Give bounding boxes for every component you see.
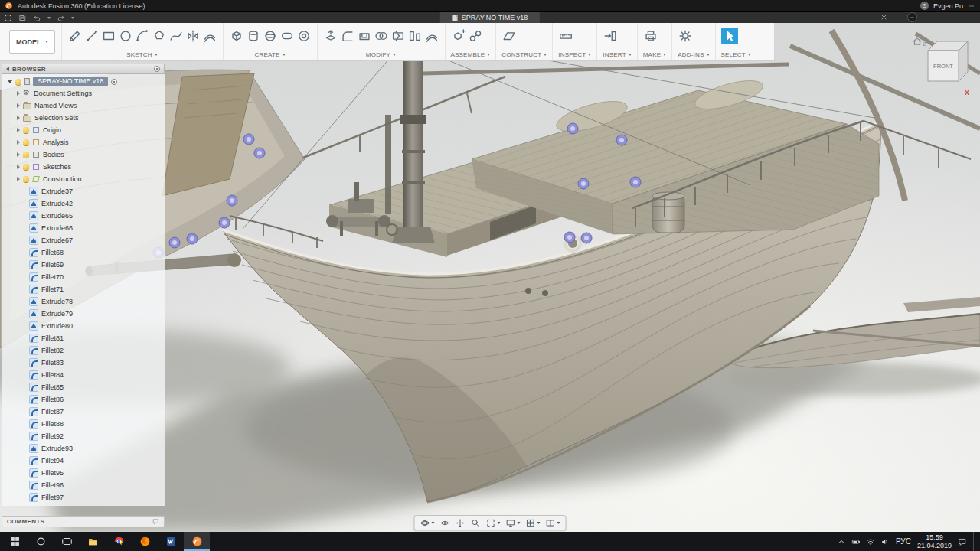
mirror-icon[interactable]	[185, 28, 201, 44]
feature-row[interactable]: Fillet68	[2, 246, 165, 259]
torus-icon[interactable]	[296, 28, 312, 44]
feature-label[interactable]: Fillet83	[41, 359, 64, 367]
tray-icon[interactable]	[851, 537, 861, 546]
feature-row[interactable]: Fillet84	[2, 369, 165, 381]
toolbar-group-dropdown[interactable]: INSERT	[603, 51, 631, 58]
offset-icon[interactable]	[424, 28, 439, 44]
box-icon[interactable]	[229, 28, 244, 44]
expander-icon[interactable]	[17, 140, 20, 145]
feature-label[interactable]: Fillet94	[41, 457, 64, 465]
root-node-label[interactable]: SPRAY-NO TIME v18	[33, 77, 108, 86]
select-tool-icon[interactable]	[721, 28, 738, 44]
feature-label[interactable]: Extrude93	[41, 445, 73, 452]
toolbar-group-dropdown[interactable]: SKETCH	[67, 51, 217, 58]
taskbar-app-button[interactable]	[54, 532, 80, 551]
feature-icon[interactable]	[29, 456, 38, 465]
feature-row[interactable]: Extrude67	[2, 234, 165, 246]
nav-tool[interactable]	[456, 518, 466, 528]
browser-tree-node[interactable]: Analysis	[2, 136, 165, 148]
feature-icon[interactable]	[29, 321, 38, 331]
taskbar-app-button[interactable]	[158, 532, 184, 551]
feature-label[interactable]: Fillet88	[41, 420, 64, 428]
fit-icon[interactable]	[486, 518, 496, 528]
visibility-bulb-icon[interactable]	[15, 79, 21, 85]
feature-icon[interactable]	[29, 383, 38, 392]
nav-tool[interactable]	[440, 518, 450, 528]
feature-row[interactable]: Fillet97	[2, 491, 165, 504]
feature-icon[interactable]	[29, 236, 38, 245]
nav-tool-caret-icon[interactable]	[498, 522, 501, 524]
nav-tool[interactable]	[526, 518, 541, 528]
measure-icon[interactable]	[558, 28, 573, 44]
word-icon[interactable]	[165, 536, 177, 547]
show-desktop-button[interactable]	[973, 532, 977, 551]
align-icon[interactable]	[407, 28, 423, 44]
feature-icon[interactable]	[29, 248, 38, 257]
nav-tool[interactable]	[486, 518, 501, 528]
rect-icon[interactable]	[101, 28, 116, 44]
save-icon[interactable]	[18, 14, 27, 22]
fillet-icon[interactable]	[340, 28, 355, 44]
addin-icon[interactable]	[678, 28, 693, 44]
feature-label[interactable]: Fillet84	[41, 371, 64, 379]
cyl-icon[interactable]	[246, 28, 261, 44]
feature-icon[interactable]	[29, 407, 38, 416]
pan-icon[interactable]	[456, 518, 466, 528]
circle-icon[interactable]	[118, 28, 133, 44]
feature-row[interactable]: Extrude78	[2, 295, 165, 308]
taskbar-clock[interactable]: 15:59 21.04.2019	[917, 533, 952, 550]
feature-label[interactable]: Fillet81	[41, 334, 64, 342]
feature-label[interactable]: Extrude78	[41, 298, 73, 305]
split-icon[interactable]	[390, 28, 406, 44]
browser-collapse-icon[interactable]	[6, 67, 9, 71]
win-start-icon[interactable]	[9, 536, 21, 547]
redo-icon[interactable]	[57, 14, 65, 22]
nav-tool[interactable]	[506, 518, 521, 528]
feature-label[interactable]: Extrude65	[41, 212, 73, 220]
feature-icon[interactable]	[29, 223, 38, 233]
feature-row[interactable]: Extrude66	[2, 222, 165, 234]
visibility-bulb-icon[interactable]	[23, 139, 29, 145]
browser-tree-node[interactable]: Document Settings	[2, 87, 165, 99]
comment-bubble-icon[interactable]	[152, 518, 159, 525]
nav-tool[interactable]	[546, 518, 560, 528]
notification-center-icon[interactable]	[958, 537, 967, 546]
feature-label[interactable]: Fillet69	[41, 261, 64, 269]
feature-icon[interactable]	[29, 211, 38, 220]
feature-icon[interactable]	[29, 260, 38, 269]
language-indicator[interactable]: РУС	[896, 537, 911, 546]
nav-tool[interactable]	[471, 518, 481, 528]
shell-icon[interactable]	[357, 28, 372, 44]
chrome-icon[interactable]	[113, 536, 125, 547]
user-name[interactable]: Evgen Po	[933, 2, 963, 10]
taskbar-app-button[interactable]	[28, 532, 54, 551]
feature-label[interactable]: Fillet82	[41, 347, 64, 354]
browser-tree-node[interactable]: Bodies	[2, 148, 165, 161]
visibility-bulb-icon[interactable]	[23, 164, 29, 170]
taskbar-app-button[interactable]	[132, 532, 158, 551]
node-label[interactable]: Construction	[43, 175, 82, 183]
toolbar-group-dropdown[interactable]: CREATE	[229, 51, 312, 58]
activate-component-radio[interactable]	[111, 79, 117, 85]
gridset-icon[interactable]	[526, 518, 536, 528]
undo-icon[interactable]	[33, 14, 41, 22]
browser-tree-node[interactable]: Selection Sets	[2, 112, 165, 124]
fusion-icon[interactable]	[191, 536, 203, 547]
tray-icon[interactable]	[880, 537, 890, 546]
pill-icon[interactable]	[279, 28, 295, 44]
feature-label[interactable]: Fillet71	[41, 285, 64, 293]
make-icon[interactable]	[643, 28, 658, 44]
tab-close-icon[interactable]	[880, 13, 888, 21]
offset-icon[interactable]	[202, 28, 217, 44]
feature-icon[interactable]	[29, 346, 38, 355]
feature-icon[interactable]	[29, 309, 38, 318]
feature-label[interactable]: Fillet68	[41, 249, 64, 256]
viewport-icon[interactable]	[546, 518, 556, 528]
feature-row[interactable]: Fillet83	[2, 357, 165, 369]
feature-icon[interactable]	[29, 432, 38, 441]
expander-icon[interactable]	[17, 128, 20, 132]
taskbar-app-button[interactable]	[106, 532, 132, 551]
feature-row[interactable]: Fillet71	[2, 283, 165, 295]
browser-tree-node[interactable]: Origin	[2, 124, 165, 136]
nav-tool[interactable]	[420, 518, 435, 528]
